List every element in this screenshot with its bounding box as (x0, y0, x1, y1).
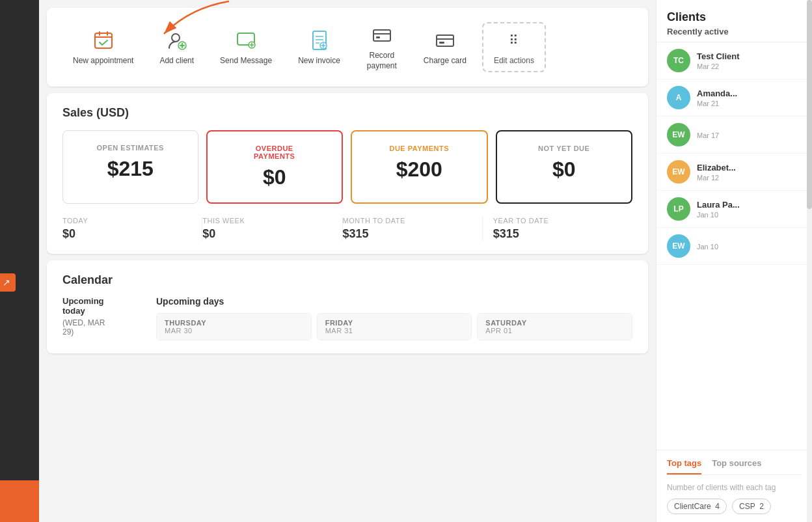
invoice-icon (308, 29, 331, 52)
add-client-label: Add client (159, 56, 194, 66)
client-item-laura[interactable]: LP Laura Pa... Jan 10 (656, 191, 812, 228)
thursday-column: THURSDAY MAR 30 (156, 313, 312, 340)
client-date-laura: Jan 10 (697, 211, 802, 219)
client-info-ew-mar17: Mar 17 (697, 130, 802, 139)
main-content: New appointment Add client (39, 0, 656, 522)
client-item-ew-jan10[interactable]: EW Jan 10 (656, 228, 812, 265)
new-invoice-label: New invoice (298, 56, 340, 66)
today-stat: TODAY $0 (62, 217, 202, 241)
overdue-payments-card[interactable]: OVERDUEPAYMENTS $0 (206, 130, 344, 204)
svg-rect-1 (95, 33, 112, 48)
sidebar-orange-block (0, 483, 39, 522)
calendar-check-icon (92, 29, 115, 52)
new-appointment-button[interactable]: New appointment (62, 23, 144, 72)
open-estimates-label: OPEN ESTIMATES (97, 144, 164, 152)
year-to-date-value: $315 (493, 227, 622, 241)
overdue-payments-value: $0 (263, 165, 286, 189)
saturday-header: SATURDAY APR 01 (478, 314, 632, 340)
svg-rect-22 (376, 36, 380, 38)
client-date-test-client: Mar 22 (697, 62, 802, 70)
not-yet-due-card[interactable]: NOT YET DUE $0 (496, 130, 633, 204)
due-payments-value: $200 (396, 158, 442, 182)
day-columns: THURSDAY MAR 30 FRIDAY MAR 31 SATURDAY (156, 313, 632, 340)
this-week-stat: THIS WEEK $0 (202, 217, 342, 241)
charge-card-icon (433, 29, 457, 52)
expand-icon[interactable]: ↗ (0, 273, 16, 292)
right-sidebar: Clients Recently active TC Test Client M… (656, 0, 812, 522)
tag-chip-csp[interactable]: CSP 2 (732, 499, 771, 514)
new-invoice-button[interactable]: New invoice (288, 23, 351, 72)
client-item-elizabet[interactable]: EW Elizabet... Mar 12 (656, 154, 812, 191)
thursday-date: MAR 30 (165, 327, 303, 335)
tag-chip-clientcare[interactable]: ClientCare 4 (667, 499, 727, 514)
friday-name: FRIDAY (325, 319, 464, 327)
grid-icon: ⠿ (502, 29, 526, 52)
month-to-date-label: MONTH TO DATE (343, 217, 472, 225)
upcoming-days-title: Upcoming days (156, 296, 632, 307)
quick-actions-bar: New appointment Add client (47, 8, 648, 87)
clients-subtitle: Recently active (667, 27, 802, 36)
calendar-upcoming: Upcoming days THURSDAY MAR 30 FRIDAY MAR… (156, 296, 632, 340)
sales-cards: OPEN ESTIMATES $215 OVERDUEPAYMENTS $0 D… (62, 130, 632, 204)
today-date: (WED, MAR29) (62, 318, 141, 337)
client-info-ew-jan10: Jan 10 (697, 241, 802, 251)
friday-column: FRIDAY MAR 31 (317, 313, 472, 340)
charge-card-button[interactable]: Charge card (413, 23, 477, 72)
not-yet-due-value: $0 (552, 158, 576, 182)
due-payments-card[interactable]: DUE PAYMENTS $200 (351, 130, 488, 204)
scrollbar-track (807, 0, 812, 522)
scrollbar-thumb[interactable] (807, 0, 812, 209)
avatar-laura: LP (667, 197, 690, 221)
client-name-laura: Laura Pa... (697, 200, 802, 210)
open-estimates-card[interactable]: OPEN ESTIMATES $215 (62, 130, 198, 204)
message-icon (234, 29, 258, 52)
thursday-header: THURSDAY MAR 30 (157, 314, 311, 340)
client-date-ew-mar17: Mar 17 (697, 131, 802, 139)
client-item-ew-mar17[interactable]: EW Mar 17 (656, 117, 812, 154)
overdue-payments-label: OVERDUEPAYMENTS (254, 144, 295, 160)
send-message-label: Send Message (220, 56, 272, 66)
year-to-date-label: YEAR TO DATE (493, 217, 622, 225)
record-payment-button[interactable]: Recordpayment (356, 18, 408, 76)
svg-point-5 (172, 34, 180, 42)
calendar-body: Upcomingtoday (WED, MAR29) Upcoming days… (62, 296, 632, 340)
saturday-column: SATURDAY APR 01 (477, 313, 632, 340)
tags-tabs: Top tags Top sources (667, 458, 802, 475)
calendar-title: Calendar (62, 273, 632, 287)
add-client-button[interactable]: Add client (149, 23, 204, 72)
clients-header: Clients Recently active (656, 0, 812, 42)
charge-card-label: Charge card (424, 56, 467, 66)
saturday-date: APR 01 (485, 327, 624, 335)
tab-top-tags[interactable]: Top tags (667, 458, 701, 474)
client-name-elizabet: Elizabet... (697, 163, 802, 172)
today-value: $0 (62, 227, 191, 241)
client-item-test-client[interactable]: TC Test Client Mar 22 (656, 42, 812, 79)
open-estimates-value: $215 (107, 157, 154, 181)
client-item-amanda[interactable]: A Amanda... Mar 21 (656, 79, 812, 117)
left-sidebar: ↗ (0, 0, 39, 522)
calendar-section: Calendar Upcomingtoday (WED, MAR29) Upco… (47, 260, 648, 353)
edit-actions-button[interactable]: ⠿ Edit actions (482, 22, 546, 73)
tags-section: Top tags Top sources Number of clients w… (656, 450, 812, 522)
payment-icon (370, 23, 394, 47)
clients-title: Clients (667, 10, 802, 24)
sales-stats: TODAY $0 THIS WEEK $0 MONTH TO DATE $315… (62, 217, 632, 241)
month-to-date-value: $315 (343, 227, 472, 241)
saturday-name: SATURDAY (485, 319, 624, 327)
year-to-date-stat: YEAR TO DATE $315 (483, 217, 632, 241)
add-user-icon (165, 29, 189, 52)
sales-section: Sales (USD) OPEN ESTIMATES $215 OVERDUEP… (47, 93, 648, 254)
record-payment-label: Recordpayment (367, 51, 397, 71)
client-date-elizabet: Mar 12 (697, 174, 802, 182)
avatar-ew-mar17: EW (667, 123, 690, 146)
client-date-ew-jan10: Jan 10 (697, 243, 802, 251)
client-list: TC Test Client Mar 22 A Amanda... Mar 21… (656, 42, 812, 450)
edit-actions-label: Edit actions (494, 56, 534, 66)
send-message-button[interactable]: Send Message (210, 23, 282, 72)
tab-top-sources[interactable]: Top sources (712, 458, 761, 474)
this-week-label: THIS WEEK (202, 217, 331, 225)
svg-rect-23 (437, 35, 453, 46)
friday-date: MAR 31 (325, 327, 464, 335)
client-info-elizabet: Elizabet... Mar 12 (697, 163, 802, 182)
due-payments-label: DUE PAYMENTS (389, 144, 449, 152)
